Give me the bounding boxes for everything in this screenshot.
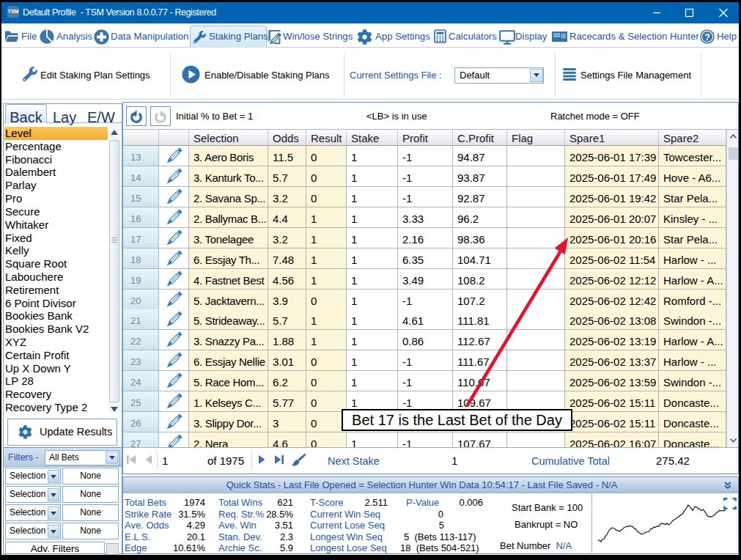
- svg-text:?: ?: [704, 32, 710, 43]
